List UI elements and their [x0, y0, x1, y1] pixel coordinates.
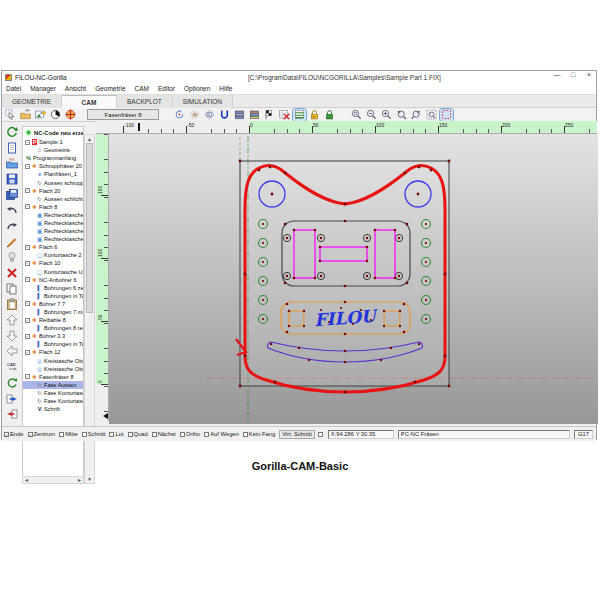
tree-collapse-icon[interactable]: −: [25, 245, 30, 250]
tree-item[interactable]: Konturtasche 2 Inseln: [23, 251, 83, 259]
tree-item[interactable]: −NC-Anbohrer 6: [23, 276, 83, 284]
tree-item[interactable]: Rechtecktasche Links: [23, 219, 83, 227]
zoom-out-icon[interactable]: [365, 109, 378, 121]
tree-collapse-icon[interactable]: −: [25, 140, 30, 145]
tree-item[interactable]: Bohrungen 7 mit 7.7: [23, 308, 83, 316]
zero-point-target-icon[interactable]: [64, 109, 77, 121]
pan-hand-icon[interactable]: [188, 109, 201, 121]
lock-edit-icon[interactable]: ±: [308, 109, 321, 121]
tree-item[interactable]: −Bohrer 7.7: [23, 300, 83, 308]
menu-item-manager[interactable]: Manager: [30, 85, 56, 92]
tree-item[interactable]: Fase Aussen: [23, 381, 83, 389]
new-image-icon[interactable]: [34, 109, 47, 121]
open-fix-file-icon[interactable]: FIX: [5, 155, 20, 171]
checkbox-icon[interactable]: [204, 432, 209, 437]
zoom-all-icon[interactable]: [425, 109, 438, 121]
edit-pencil-icon[interactable]: [5, 234, 20, 250]
menu-item-hilfe[interactable]: Hilfe: [219, 85, 232, 92]
zoom-pan-icon[interactable]: [410, 109, 423, 121]
virtual-intersection-label[interactable]: Virt. Schnitt: [279, 430, 315, 439]
menu-item-optionen[interactable]: Optionen: [184, 85, 210, 92]
tree-collapse-icon[interactable]: −: [25, 277, 30, 282]
tree-item[interactable]: −Reibahle 8: [23, 316, 83, 324]
tree-item[interactable]: Programmanfang: [23, 154, 83, 162]
move-down-icon[interactable]: [5, 328, 20, 344]
tree-item[interactable]: −Fasenfräser 8: [23, 373, 83, 381]
redo-icon[interactable]: [5, 218, 20, 234]
tree-item[interactable]: Schrift: [23, 405, 83, 413]
tab-cam[interactable]: CAM: [62, 95, 117, 108]
save-icon[interactable]: [5, 171, 20, 187]
zoom-in-icon[interactable]: [380, 109, 393, 121]
snap-toggle-ende[interactable]: Ende: [4, 431, 24, 437]
tab-geometrie[interactable]: GEOMETRIE: [2, 95, 62, 108]
scroll-down-icon[interactable]: ▼: [85, 476, 94, 482]
postprocessor-icon[interactable]: [233, 109, 246, 121]
tree-item[interactable]: Kreistasche Oben Lin: [23, 357, 83, 365]
table-delete-icon[interactable]: [278, 109, 291, 121]
rotate-3d-icon[interactable]: 3: [203, 109, 216, 121]
export-icon[interactable]: [5, 391, 20, 407]
current-tool-display[interactable]: Fasenfräser 8: [87, 109, 159, 120]
tree-item[interactable]: Konturtasche Unten: [23, 268, 83, 276]
tree-item[interactable]: −Flach 10: [23, 259, 83, 267]
milling-tool-icon[interactable]: [218, 109, 231, 121]
table-show-icon[interactable]: [293, 109, 306, 121]
scroll-left-icon[interactable]: ◄: [24, 477, 29, 483]
tree-collapse-icon[interactable]: −: [25, 334, 30, 339]
tree-item[interactable]: Kreistasche Oben Re: [23, 365, 83, 373]
zoom-contour-icon[interactable]: [440, 109, 453, 121]
save-as-icon[interactable]: [5, 187, 20, 203]
refresh-icon[interactable]: [5, 375, 20, 391]
drawing-canvas[interactable]: FILOU: [109, 134, 598, 424]
new-document-icon[interactable]: [5, 140, 20, 156]
nc-generate-icon[interactable]: [5, 124, 20, 140]
scroll-up-icon[interactable]: ▲: [85, 136, 94, 142]
tree-item[interactable]: Aussen schruppen: [23, 178, 83, 186]
tree-item[interactable]: −Flach 20: [23, 187, 83, 195]
checkbox-icon[interactable]: [4, 432, 9, 437]
job-list-icon[interactable]: [248, 109, 261, 121]
tree-collapse-icon[interactable]: −: [25, 188, 30, 193]
scroll-right-icon[interactable]: ►: [77, 477, 82, 483]
checkbox-icon[interactable]: [28, 432, 33, 437]
tree-item[interactable]: −Schruppfräser 20: [23, 162, 83, 170]
finish-flag-icon[interactable]: [263, 109, 276, 121]
snap-toggle-ortho[interactable]: Ortho: [180, 431, 201, 437]
paste-icon[interactable]: [5, 297, 20, 313]
tree-item[interactable]: −Flach 12: [23, 348, 83, 356]
tree-collapse-icon[interactable]: −: [25, 301, 30, 306]
tree-collapse-icon[interactable]: −: [25, 261, 30, 266]
tree-item[interactable]: −Sample 1: [23, 138, 83, 146]
menu-item-ansicht[interactable]: Ansicht: [65, 85, 86, 92]
snap-toggle-quad[interactable]: Quad: [128, 431, 148, 437]
tree-item[interactable]: Aussen schlichten: [23, 195, 83, 203]
checkbox-icon[interactable]: [82, 432, 87, 437]
lock-green-icon[interactable]: [323, 109, 336, 121]
tree-collapse-icon[interactable]: −: [25, 318, 30, 323]
virtual-intersection-checkbox[interactable]: [318, 432, 323, 437]
tree-collapse-icon[interactable]: −: [25, 350, 30, 355]
scrollbar-thumb[interactable]: [86, 143, 93, 313]
close-button[interactable]: ×: [584, 71, 594, 78]
snap-toggle-nächst[interactable]: Nächst: [152, 431, 176, 437]
tree-item[interactable]: Geometrie: [23, 146, 83, 154]
tree-item[interactable]: −Flach 6: [23, 243, 83, 251]
tree-item[interactable]: Bohrungen in Tasche: [23, 292, 83, 300]
snap-toggle-auf-wegen[interactable]: Auf Wegen: [204, 431, 239, 437]
menu-item-editor[interactable]: Editor: [158, 85, 175, 92]
snap-toggle-schnitt[interactable]: Schnitt: [82, 431, 106, 437]
zoom-previous-icon[interactable]: [395, 109, 408, 121]
menu-item-datei[interactable]: Datei: [6, 85, 21, 92]
tree-item[interactable]: Rechtecktasche Recht: [23, 227, 83, 235]
checkbox-icon[interactable]: [243, 432, 248, 437]
checkbox-icon[interactable]: [180, 432, 185, 437]
delete-icon[interactable]: [5, 265, 20, 281]
tree-item[interactable]: Fase Konturtasche M: [23, 397, 83, 405]
snap-toggle-lot[interactable]: Lot: [109, 431, 123, 437]
checkbox-icon[interactable]: [59, 432, 64, 437]
import-icon[interactable]: [5, 406, 20, 422]
tree-item[interactable]: −Flach 8: [23, 203, 83, 211]
tree-item[interactable]: Planfräsen_1: [23, 170, 83, 178]
open-session-folder-icon[interactable]: FF: [19, 109, 32, 121]
